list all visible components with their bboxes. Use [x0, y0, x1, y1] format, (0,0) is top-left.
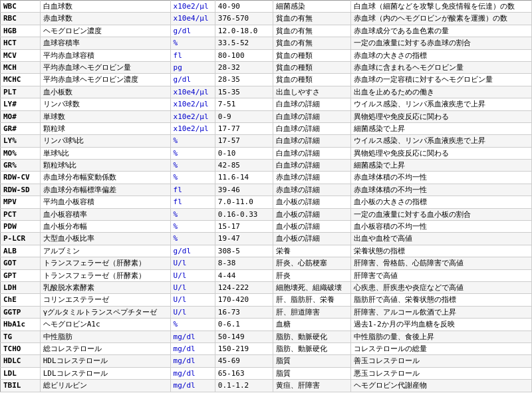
cell-4: 脂質 [273, 355, 350, 367]
table-row: PDW血小板分布幅%15-17血小板の詳細血小板容積の不均一性 [1, 221, 532, 233]
table-row: MO#単球数x10e2/μl0-9白血球の詳細異物処理や免疫反応に関わる [1, 110, 532, 122]
cell-1: LDLコレステロール [40, 367, 170, 379]
cell-3: 39-46 [215, 184, 273, 196]
cell-3: 0-6.1 [215, 319, 273, 331]
cell-1: 平均赤血球ヘモグロビン量 [40, 61, 170, 73]
cell-5: 血小板容積の不均一性 [350, 221, 531, 233]
cell-1: 平均赤血球ヘモグロビン濃度 [40, 74, 170, 86]
cell-1: 平均血小板容積 [40, 196, 170, 208]
cell-1: 大型血小板比率 [40, 233, 170, 245]
cell-3: 80-100 [215, 49, 273, 61]
cell-2: mg/dl [170, 331, 215, 342]
cell-0: GOT [1, 257, 41, 269]
table-row: LDH乳酸脱水素酵素U/l124-222細胞壊死、組織破壊心疾患、肝疾患や炎症な… [1, 281, 532, 293]
cell-3: 150-219 [215, 342, 273, 354]
cell-0: PDW [1, 221, 41, 233]
table-row: GPTトランスフェラーゼ（肝酵素）U/l4-44肝炎肝障害で高値 [1, 269, 532, 281]
cell-3: 4-44 [215, 269, 273, 281]
cell-5: 悪玉コレステロール [350, 367, 531, 379]
cell-0: RBC [1, 13, 41, 25]
table-row: ALBアルブミンg/dl308-5栄養栄養状態の指標 [1, 245, 532, 257]
cell-2: fl [170, 196, 215, 208]
table-row: RDW-SD赤血球分布幅標準偏差fl39-46赤血球の詳細赤血球体積の不均一性 [1, 184, 532, 196]
cell-0: PCT [1, 208, 41, 220]
cell-5: 異物処理や免疫反応に関わる [350, 147, 531, 159]
table-row: ChEコリンエステラーゼU/l170-420肝、脂肪肝、栄養脂肪肝で高値、栄養状… [1, 294, 532, 306]
table-row: TCHO総コレステロールmg/dl150-219脂肪、動脈硬化コレステロールの総… [1, 342, 532, 354]
cell-4: 肝炎、心筋梗塞 [273, 257, 350, 269]
cell-5: 中性脂肪の量、食後上昇 [350, 331, 531, 342]
cell-5: 過去1-2か月の平均血糖を反映 [350, 319, 531, 331]
cell-0: TBIL [1, 380, 41, 392]
cell-2: mg/dl [170, 355, 215, 367]
cell-2: % [170, 208, 215, 220]
cell-2: x10e2/μl [170, 98, 215, 110]
table-row: PLT血小板数x10e4/μl15-35出血しやすさ出血を止めるための働き [1, 86, 532, 98]
cell-1: 中性脂肪 [40, 331, 170, 342]
cell-0: RDW-CV [1, 172, 41, 184]
cell-2: g/dl [170, 25, 215, 37]
cell-0: HGB [1, 25, 41, 37]
cell-4: 白血球の詳細 [273, 160, 350, 172]
table-row: LDLLDLコレステロールmg/dl65-163脂質悪玉コレステロール [1, 367, 532, 379]
cell-4: 貧血の種類 [273, 74, 350, 86]
cell-3: 17-57 [215, 135, 273, 147]
cell-3: 170-420 [215, 294, 273, 306]
cell-1: HDLコレステロール [40, 355, 170, 367]
cell-1: ヘモグロビンA1c [40, 319, 170, 331]
cell-3: 15-17 [215, 221, 273, 233]
cell-0: RDW-SD [1, 184, 41, 196]
table-row: MCV平均赤血球容積fl80-100貧血の種類赤血球の大きさの指標 [1, 49, 532, 61]
cell-0: MO# [1, 110, 41, 122]
cell-4: 白血球の詳細 [273, 98, 350, 110]
cell-3: 7.0-11.0 [215, 196, 273, 208]
cell-1: 血球容積率 [40, 37, 170, 49]
cell-0: TCHO [1, 342, 41, 354]
cell-0: PLT [1, 86, 41, 98]
cell-5: 肝障害で高値 [350, 269, 531, 281]
cell-0: HDLC [1, 355, 41, 367]
cell-1: 血小板分布幅 [40, 221, 170, 233]
cell-5: 脂肪肝で高値、栄養状態の指標 [350, 294, 531, 306]
cell-0: MO% [1, 147, 41, 159]
cell-5: ヘモグロビン代謝産物 [350, 380, 531, 392]
cell-1: 赤血球分布幅標準偏差 [40, 184, 170, 196]
cell-3: 124-222 [215, 281, 273, 293]
cell-2: g/dl [170, 74, 215, 86]
cell-3: 65-163 [215, 367, 273, 379]
cell-3: 0-10 [215, 147, 273, 159]
cell-4: 細胞壊死、組織破壊 [273, 281, 350, 293]
cell-5: 赤血球の大きさの指標 [350, 49, 531, 61]
table-row: MCH平均赤血球ヘモグロビン量pg28-32貧血の種類赤血球に含まれるヘモグロビ… [1, 61, 532, 73]
cell-0: WBC [1, 1, 41, 13]
cell-4: 貧血の有無 [273, 13, 350, 25]
cell-4: 血小板の詳細 [273, 221, 350, 233]
cell-1: 単球%比 [40, 147, 170, 159]
cell-0: ALB [1, 245, 41, 257]
cell-5: 赤血球に含まれるヘモグロビン量 [350, 61, 531, 73]
blood-test-table: WBC白血球数x10e2/μl40-90細菌感染白血球（細菌などを攻撃し免疫情報… [0, 0, 532, 392]
cell-0: TG [1, 331, 41, 342]
cell-3: 28-32 [215, 61, 273, 73]
cell-3: 28-35 [215, 74, 273, 86]
cell-0: HbA1c [1, 319, 41, 331]
cell-2: % [170, 160, 215, 172]
cell-3: 8-38 [215, 257, 273, 269]
cell-4: 白血球の詳細 [273, 147, 350, 159]
cell-1: コリンエステラーゼ [40, 294, 170, 306]
cell-0: GR# [1, 122, 41, 134]
table-row: PCT血小板容積率%0.16-0.33血小板の詳細一定の血液量に対する血小板の割… [1, 208, 532, 220]
cell-5: 赤血球（内のヘモグロビンが酸素を運搬）の数 [350, 13, 531, 25]
cell-5: 肝障害、アルコール飲酒で上昇 [350, 306, 531, 318]
cell-2: x10e2/μl [170, 122, 215, 134]
table-row: HGBヘモグロビン濃度g/dl12.0-18.0貧血の有無赤血球成分である血色素… [1, 25, 532, 37]
cell-1: リンパ球数 [40, 98, 170, 110]
cell-2: U/l [170, 294, 215, 306]
cell-3: 40-90 [215, 1, 273, 13]
cell-1: トランスフェラーゼ（肝酵素） [40, 269, 170, 281]
table-row: HCT血球容積率%33.5-52貧血の有無一定の血液量に対する赤血球の割合 [1, 37, 532, 49]
cell-1: トランスフェラーゼ（肝酵素） [40, 257, 170, 269]
cell-5: 出血を止めるための働き [350, 86, 531, 98]
cell-1: アルブミン [40, 245, 170, 257]
table-row: GOTトランスフェラーゼ（肝酵素）U/l8-38肝炎、心筋梗塞肝障害、骨格筋、心… [1, 257, 532, 269]
